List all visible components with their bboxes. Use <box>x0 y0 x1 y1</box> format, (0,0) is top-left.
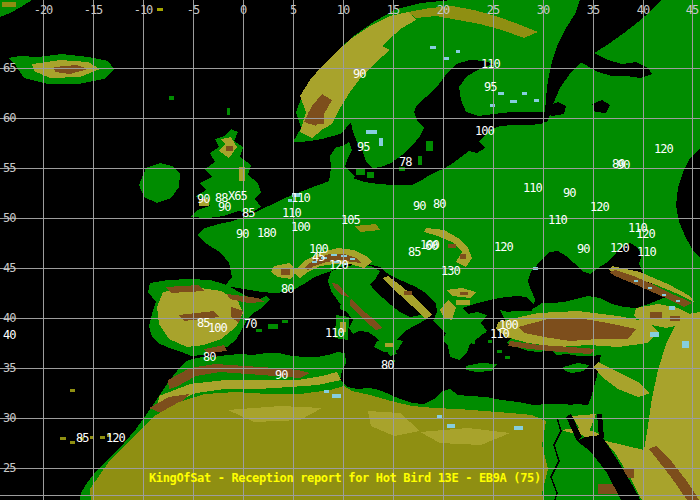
grid-line-vertical <box>143 0 144 500</box>
grid-line-horizontal <box>0 68 700 69</box>
reception-value: 110 <box>548 214 567 226</box>
longitude-label: -15 <box>84 4 103 16</box>
reception-value: 90 <box>236 228 248 240</box>
grid-line-vertical <box>43 0 44 500</box>
latitude-label: 65 <box>3 62 15 74</box>
longitude-label: 20 <box>437 4 449 16</box>
reception-value: 95 <box>484 81 496 93</box>
longitude-label: -5 <box>187 4 199 16</box>
reception-value: 110 <box>325 327 344 339</box>
grid-line-vertical <box>93 0 94 500</box>
reception-value: 120 <box>590 201 609 213</box>
longitude-label: 40 <box>637 4 649 16</box>
bottom-border-line <box>0 495 700 496</box>
reception-value: 120 <box>654 143 673 155</box>
grid-line-vertical <box>293 0 294 500</box>
longitude-label: 10 <box>337 4 349 16</box>
longitude-label: 35 <box>587 4 599 16</box>
reception-value: 85 <box>242 207 254 219</box>
reception-value: 60 <box>425 240 437 252</box>
grid-line-vertical <box>692 0 693 500</box>
grid-line-vertical <box>393 0 394 500</box>
grid-line-horizontal <box>0 268 700 269</box>
grid-line-vertical <box>593 0 594 500</box>
grid-line-horizontal <box>0 168 700 169</box>
reception-value: 85 <box>408 246 420 258</box>
reception-value: 120 <box>494 241 513 253</box>
reception-value: X65 <box>228 190 247 202</box>
reception-value: 110 <box>282 207 301 219</box>
reception-value: 90 <box>218 201 230 213</box>
reception-value: 78 <box>399 156 411 168</box>
reception-value: 100 <box>291 221 310 233</box>
reception-value: 90 <box>353 68 365 80</box>
reception-value: 45 <box>312 251 324 263</box>
latitude-label: 60 <box>3 112 15 124</box>
latitude-label: 40 <box>3 312 15 324</box>
longitude-label: -10 <box>134 4 153 16</box>
grid-line-horizontal <box>0 118 700 119</box>
reception-value: 120 <box>329 259 348 271</box>
reception-value: 70 <box>244 318 256 330</box>
grid-line-horizontal <box>0 368 700 369</box>
reception-value: 90 <box>275 369 287 381</box>
latitude-label: 30 <box>3 412 15 424</box>
reception-value: 110 <box>490 328 509 340</box>
reception-value: 80 <box>433 198 445 210</box>
reception-value: 120 <box>610 242 629 254</box>
latitude-label: 55 <box>3 162 15 174</box>
reception-value: 105 <box>341 214 360 226</box>
latitude-label: 50 <box>3 212 15 224</box>
latitude-label: 45 <box>3 262 15 274</box>
reception-value: 180 <box>257 227 276 239</box>
reception-value: 120 <box>106 432 125 444</box>
reception-value: 100 <box>208 322 227 334</box>
grid-line-vertical <box>343 0 344 500</box>
europe-terrain-map <box>0 0 700 500</box>
reception-value: 40 <box>3 329 15 341</box>
reception-value: 110 <box>481 58 500 70</box>
reception-value: 120 <box>636 228 655 240</box>
reception-value: 130 <box>441 265 460 277</box>
longitude-label: 25 <box>487 4 499 16</box>
reception-value: 90 <box>197 193 209 205</box>
reception-value: 100 <box>475 125 494 137</box>
reception-value: 90 <box>413 200 425 212</box>
latitude-label: 35 <box>3 362 15 374</box>
longitude-label: 0 <box>240 4 246 16</box>
reception-value: 90 <box>617 159 629 171</box>
map-title: KingOfSat - Reception report for Hot Bir… <box>149 472 541 485</box>
longitude-label: 30 <box>537 4 549 16</box>
reception-value: 110 <box>523 182 542 194</box>
reception-value: 110 <box>291 192 310 204</box>
latitude-label: 25 <box>3 462 15 474</box>
longitude-label: -20 <box>34 4 53 16</box>
grid-line-vertical <box>543 0 544 500</box>
reception-value: 95 <box>357 141 369 153</box>
longitude-label: 15 <box>387 4 399 16</box>
longitude-label: 45 <box>686 4 698 16</box>
grid-line-vertical <box>443 0 444 500</box>
reception-value: 80 <box>203 351 215 363</box>
reception-map: KingOfSat - Reception report for Hot Bir… <box>0 0 700 500</box>
grid-line-vertical <box>243 0 244 500</box>
grid-line-horizontal <box>0 418 700 419</box>
reception-value: 85 <box>76 432 88 444</box>
reception-value: 90 <box>577 243 589 255</box>
reception-value: 80 <box>381 359 393 371</box>
grid-line-horizontal <box>0 318 700 319</box>
reception-value: 80 <box>281 283 293 295</box>
longitude-label: 5 <box>290 4 296 16</box>
yellow-dash-artifact <box>157 8 163 11</box>
grid-line-horizontal <box>0 468 700 469</box>
grid-line-vertical <box>193 0 194 500</box>
reception-value: 110 <box>637 246 656 258</box>
reception-value: 90 <box>563 187 575 199</box>
